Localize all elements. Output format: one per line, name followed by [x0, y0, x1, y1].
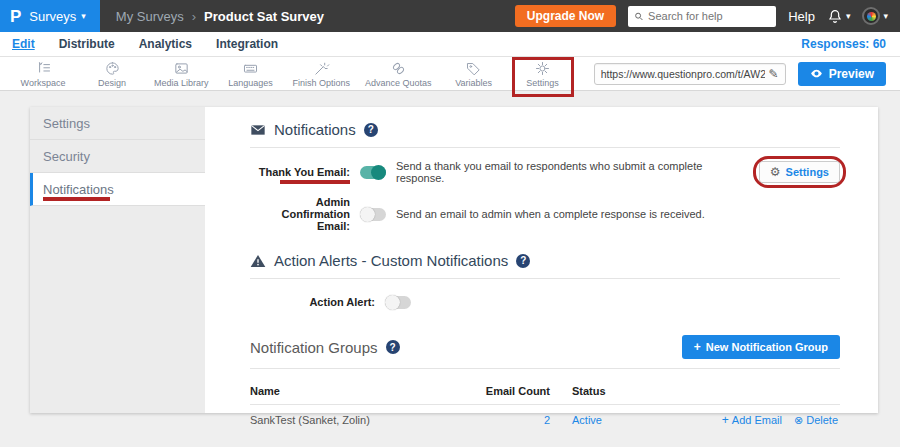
- delete-circle-icon: ⊗: [794, 414, 803, 427]
- annotation-underline-notifications: [43, 197, 110, 201]
- action-alert-toggle[interactable]: [385, 296, 411, 309]
- chevron-down-icon: ▾: [846, 11, 851, 21]
- logo-area: P Surveys ▾: [0, 0, 100, 32]
- responses-count[interactable]: Responses: 60: [801, 37, 886, 51]
- surveys-menu-label: Surveys: [29, 9, 76, 24]
- thank-you-email-description: Send a thank you email to respondents wh…: [396, 160, 745, 184]
- image-icon: [173, 60, 190, 77]
- annotation-underline-thank-you: [280, 180, 350, 184]
- survey-url-field[interactable]: ✎: [594, 63, 786, 85]
- admin-confirmation-toggle[interactable]: [360, 208, 386, 221]
- action-alert-label: Action Alert:: [250, 296, 375, 308]
- divider: [250, 147, 840, 148]
- edit-pencil-icon[interactable]: ✎: [769, 67, 779, 81]
- column-header-status: Status: [550, 385, 660, 397]
- thank-you-email-row: Thank You Email: Send a thank you email …: [250, 160, 840, 184]
- tab-edit[interactable]: Edit: [12, 37, 35, 51]
- topbar-right: Upgrade Now Help ▾ ▾: [515, 5, 900, 27]
- help-search[interactable]: [628, 6, 776, 27]
- delete-button[interactable]: ⊗ Delete: [794, 413, 838, 427]
- upgrade-now-button[interactable]: Upgrade Now: [515, 5, 616, 27]
- section-title: Action Alerts - Custom Notifications: [274, 252, 508, 269]
- thank-you-email-label: Thank You Email:: [250, 166, 350, 178]
- admin-confirmation-row: Admin Confirmation Email: Send an email …: [250, 196, 840, 232]
- bell-icon: [827, 8, 843, 24]
- email-count-link[interactable]: 2: [460, 414, 550, 426]
- keyboard-icon: [242, 60, 259, 77]
- divider: [250, 368, 840, 369]
- help-icon[interactable]: ?: [364, 123, 378, 137]
- help-icon[interactable]: ?: [386, 340, 400, 354]
- page-title: Product Sat Survey: [204, 9, 324, 24]
- sidebar-item-security[interactable]: Security: [30, 140, 205, 173]
- tag-icon: [465, 60, 482, 77]
- action-alerts-section-header: Action Alerts - Custom Notifications ?: [250, 252, 840, 269]
- toolbar-item-advance-quotas[interactable]: Advance Quotas: [365, 60, 432, 88]
- tab-integration[interactable]: Integration: [216, 37, 278, 51]
- admin-confirmation-label: Admin Confirmation Email:: [250, 196, 350, 232]
- palette-icon: [104, 60, 121, 77]
- chain-link-icon: [390, 60, 407, 77]
- surveys-menu[interactable]: Surveys ▾: [29, 9, 86, 24]
- notifications-bell[interactable]: ▾: [827, 8, 851, 24]
- column-header-email-count: Email Count: [460, 385, 550, 397]
- breadcrumb: My Surveys › Product Sat Survey: [116, 9, 324, 24]
- eye-icon: [810, 67, 823, 80]
- toolbar-item-finish-options[interactable]: Finish Options: [293, 60, 351, 88]
- tab-analytics[interactable]: Analytics: [139, 37, 192, 51]
- sidebar-item-settings[interactable]: Settings: [30, 107, 205, 140]
- status-link[interactable]: Active: [550, 414, 660, 426]
- search-input[interactable]: [648, 10, 770, 22]
- thank-you-email-toggle[interactable]: [360, 166, 386, 179]
- plus-icon: +: [722, 413, 729, 427]
- topbar: P Surveys ▾ My Surveys › Product Sat Sur…: [0, 0, 900, 32]
- toolbar-item-variables[interactable]: Variables: [447, 60, 501, 88]
- toolbar-item-settings[interactable]: Settings: [516, 60, 570, 88]
- settings-card: Settings Security Notifications Notifica…: [30, 107, 878, 413]
- groups-title: Notification Groups: [250, 339, 378, 356]
- row-actions: + Add Email ⊗ Delete: [660, 413, 840, 427]
- settings-sidebar: Settings Security Notifications: [30, 107, 205, 413]
- toolbar-item-design[interactable]: Design: [85, 60, 139, 88]
- avatar-gauge-icon: [867, 12, 876, 21]
- gear-icon: ⚙: [770, 165, 781, 179]
- thank-you-settings-button[interactable]: ⚙ Settings: [759, 161, 840, 183]
- notification-groups-table: Name Email Count Status SankTest (Sanket…: [250, 377, 840, 435]
- chevron-down-icon: ▾: [883, 11, 888, 21]
- notifications-panel: Notifications ? Thank You Email: Send a …: [205, 107, 878, 413]
- tab-distribute[interactable]: Distribute: [59, 37, 115, 51]
- avatar: [862, 7, 880, 25]
- notification-groups-header: Notification Groups ? + New Notification…: [250, 335, 840, 359]
- section-title: Notifications: [274, 121, 356, 138]
- envelope-icon: [250, 122, 266, 138]
- toolbar-item-media-library[interactable]: Media Library: [154, 60, 209, 88]
- breadcrumb-separator: ›: [192, 9, 196, 24]
- survey-nav: Edit Distribute Analytics Integration Re…: [0, 32, 900, 57]
- search-icon: [634, 11, 644, 22]
- column-header-name: Name: [250, 385, 460, 397]
- warning-triangle-icon: [250, 253, 266, 269]
- notifications-section-header: Notifications ?: [250, 121, 840, 138]
- toolbar-item-workspace[interactable]: Workspace: [16, 60, 70, 88]
- toolbar-right: ✎ Preview: [594, 62, 900, 86]
- help-icon[interactable]: ?: [516, 254, 530, 268]
- help-link[interactable]: Help: [788, 9, 815, 24]
- group-name: SankTest (Sanket, Zolin): [250, 414, 460, 426]
- workspace-icon: [35, 60, 52, 77]
- add-email-button[interactable]: + Add Email: [722, 413, 782, 427]
- breadcrumb-my-surveys[interactable]: My Surveys: [116, 9, 184, 24]
- divider: [250, 278, 840, 279]
- edit-toolbar: Workspace Design Media Library Languages…: [0, 57, 900, 91]
- thank-you-settings-wrap: ⚙ Settings: [759, 161, 840, 183]
- account-menu[interactable]: ▾: [862, 7, 888, 25]
- survey-url-input[interactable]: [601, 68, 765, 80]
- sidebar-item-notifications[interactable]: Notifications: [30, 173, 205, 206]
- admin-confirmation-description: Send an email to admin when a complete r…: [396, 208, 767, 220]
- new-notification-group-button[interactable]: + New Notification Group: [682, 335, 840, 359]
- toolbar-item-languages[interactable]: Languages: [224, 60, 278, 88]
- chevron-down-icon: ▾: [81, 11, 86, 21]
- table-row: SankTest (Sanket, Zolin) 2 Active + Add …: [250, 405, 840, 435]
- plus-icon: +: [694, 340, 701, 354]
- preview-button[interactable]: Preview: [798, 62, 886, 86]
- action-alert-row: Action Alert:: [250, 291, 840, 313]
